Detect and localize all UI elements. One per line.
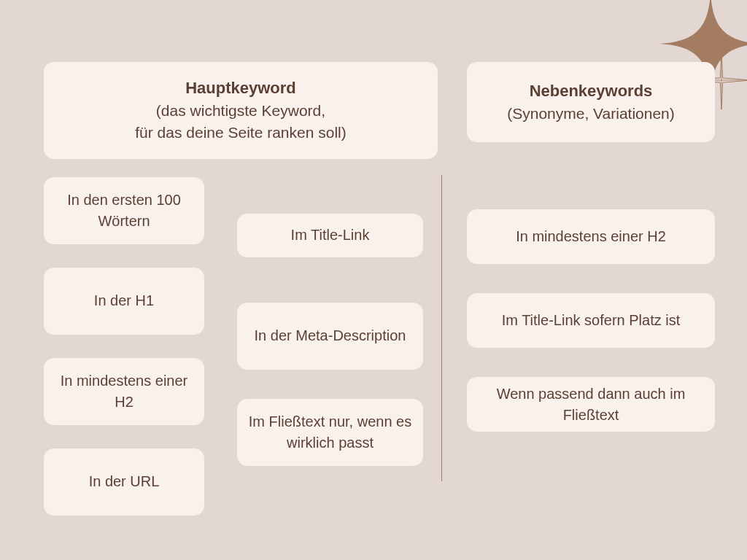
placement-card: In mindestens einer H2 — [467, 209, 715, 264]
secondary-keyword-subtitle: (Synonyme, Variationen) — [507, 103, 675, 125]
placement-label: Im Title-Link — [291, 225, 370, 246]
main-keyword-column: Hauptkeyword (das wichtigste Keyword, fü… — [44, 62, 438, 539]
placement-label: In der Meta-Description — [255, 325, 406, 346]
placement-label: Im Fließtext nur, wenn es wirklich passt — [247, 411, 413, 454]
placement-card: Im Title-Link — [237, 214, 423, 257]
placement-card: In mindestens einer H2 — [44, 358, 204, 425]
placement-card: Im Fließtext nur, wenn es wirklich passt — [237, 399, 423, 466]
main-keyword-subtitle-1: (das wichtigste Keyword, — [156, 100, 325, 122]
placement-card: In der Meta-Description — [237, 303, 423, 370]
secondary-keyword-column: Nebenkeywords (Synonyme, Variationen) In… — [438, 62, 715, 539]
placement-card: Wenn passend dann auch im Fließtext — [467, 377, 715, 432]
placement-card: Im Title-Link sofern Platz ist — [467, 293, 715, 348]
main-keyword-title: Hauptkeyword — [185, 77, 296, 100]
placement-label: In den ersten 100 Wörtern — [54, 190, 194, 232]
placement-label: In der H1 — [94, 290, 154, 311]
main-keyword-subtitle-2: für das deine Seite ranken soll) — [135, 122, 347, 144]
placement-label: In mindestens einer H2 — [516, 226, 666, 247]
placement-card: In der URL — [44, 448, 204, 516]
placement-label: Wenn passend dann auch im Fließtext — [484, 384, 697, 426]
placement-label: In mindestens einer H2 — [54, 370, 194, 413]
placement-label: In der URL — [89, 471, 160, 492]
secondary-keyword-title: Nebenkeywords — [530, 79, 653, 103]
placement-label: Im Title-Link sofern Platz ist — [502, 310, 681, 331]
secondary-keyword-header: Nebenkeywords (Synonyme, Variationen) — [467, 62, 715, 142]
diagram-container: Hauptkeyword (das wichtigste Keyword, fü… — [44, 62, 715, 539]
main-keyword-header: Hauptkeyword (das wichtigste Keyword, fü… — [44, 62, 438, 159]
placement-card: In der H1 — [44, 268, 204, 335]
placement-card: In den ersten 100 Wörtern — [44, 177, 204, 244]
